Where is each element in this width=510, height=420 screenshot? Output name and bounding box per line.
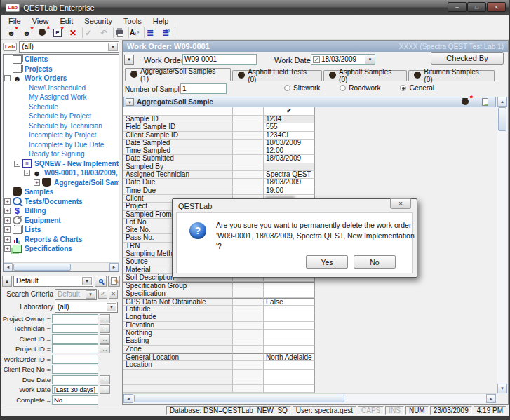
work-date-checkbox[interactable]: ✓ <box>313 56 320 63</box>
new-sample-button[interactable] <box>34 27 50 39</box>
grid-row-value[interactable]: North Adelaide <box>264 353 315 361</box>
tree-item[interactable]: My Assigned Work <box>4 93 119 102</box>
expand-toggle[interactable] <box>20 132 27 138</box>
search-field-input[interactable] <box>52 385 98 394</box>
grid-row-value[interactable] <box>264 370 315 377</box>
tree-item[interactable]: Schedule by Project <box>4 111 119 121</box>
new-client-button[interactable] <box>4 27 19 39</box>
delete-button[interactable] <box>65 27 81 39</box>
collapse-section-button[interactable] <box>126 98 134 106</box>
menu-item[interactable]: Security <box>79 17 118 25</box>
ellipsis-button[interactable] <box>100 344 110 353</box>
expand-toggle[interactable] <box>20 94 27 100</box>
title-bar[interactable]: Lab QESTLab Enterprise <box>1 0 509 15</box>
tree-item[interactable]: - Work Orders <box>4 74 119 83</box>
minimize-button[interactable] <box>448 2 467 12</box>
number-of-samples-input[interactable] <box>180 83 227 94</box>
new-project-button[interactable] <box>19 27 34 39</box>
close-button[interactable] <box>487 2 506 12</box>
tree-item[interactable]: + Tests/Documents <box>4 197 119 207</box>
tree-item[interactable]: + Specifications <box>4 244 119 254</box>
tree-item[interactable]: Clients <box>4 55 119 65</box>
expand-toggle[interactable] <box>20 104 27 110</box>
radio-option[interactable]: General <box>400 84 434 92</box>
tree-item[interactable]: Incomplete by Project <box>4 130 119 140</box>
ellipsis-button[interactable] <box>100 385 110 394</box>
tree-item[interactable]: + Billing <box>4 206 119 216</box>
tree-labels-button[interactable] <box>158 27 173 39</box>
ellipsis-button[interactable] <box>100 324 110 333</box>
apply-criteria-button[interactable]: ✓ <box>98 290 107 299</box>
grid-row-value[interactable]: 19:00 <box>264 187 315 195</box>
search-field-input[interactable] <box>52 355 98 364</box>
sample-tab[interactable]: Aggregate/Soil Samples (1) <box>125 68 231 81</box>
search-field-input[interactable] <box>52 365 98 374</box>
collapse-form-button[interactable] <box>124 55 134 65</box>
scrollbar-thumb[interactable] <box>13 264 71 271</box>
no-button[interactable]: No <box>354 255 396 269</box>
expand-toggle[interactable]: + <box>4 245 11 252</box>
grid-row-value[interactable]: 18/03/2009 <box>264 155 315 163</box>
search-preset-select[interactable]: Default ▼ <box>13 276 93 287</box>
spell-check-button[interactable] <box>127 27 142 39</box>
expand-toggle[interactable] <box>20 113 27 119</box>
new-test-button[interactable] <box>50 27 65 39</box>
maximize-button[interactable] <box>467 2 486 12</box>
ellipsis-button[interactable] <box>100 314 110 323</box>
search-field-input[interactable] <box>52 375 98 384</box>
horizontal-scrollbar[interactable]: ◄ ► <box>123 393 496 403</box>
menu-item[interactable]: Edit <box>54 17 79 25</box>
radio-icon[interactable] <box>400 85 406 91</box>
import-sample-button[interactable] <box>477 97 492 107</box>
expand-toggle[interactable] <box>20 123 27 129</box>
tree-item[interactable]: Incomplete by Due Date <box>4 140 119 150</box>
vertical-scrollbar[interactable]: ▲ ▼ <box>497 97 507 393</box>
grid-row-value[interactable] <box>264 377 315 385</box>
dialog-title[interactable]: QESTLab <box>173 199 417 212</box>
undo-button[interactable] <box>96 27 112 39</box>
work-order-id-input[interactable] <box>182 54 257 65</box>
grid-row-value[interactable] <box>264 313 315 321</box>
menu-item[interactable]: Help <box>147 17 175 25</box>
selected-check-icon[interactable]: ✔ <box>264 107 315 116</box>
expand-toggle[interactable] <box>20 142 27 148</box>
ellipsis-button[interactable] <box>100 375 110 384</box>
tree-item[interactable]: + Lists <box>4 225 119 235</box>
grid-row-value[interactable]: Spectra QEST <box>264 171 315 179</box>
grid-row-value[interactable] <box>264 385 315 393</box>
dialog-close-button[interactable] <box>390 198 411 209</box>
checked-by-button[interactable]: Checked By <box>431 52 504 65</box>
radio-icon[interactable] <box>284 85 290 91</box>
grid-row-value[interactable]: 12:00 <box>264 147 315 155</box>
expand-toggle[interactable] <box>20 151 27 157</box>
tree-item[interactable]: Samples <box>4 187 119 197</box>
search-field-input[interactable] <box>52 314 98 323</box>
scroll-up-icon[interactable]: ▲ <box>497 97 507 107</box>
scroll-right-icon[interactable]: ► <box>109 263 119 271</box>
yes-button[interactable]: Yes <box>306 255 348 269</box>
expand-toggle[interactable]: + <box>4 198 11 205</box>
expand-toggle[interactable]: + <box>4 226 11 233</box>
scrollbar-thumb[interactable] <box>134 395 344 402</box>
grid-row-value[interactable] <box>264 361 315 369</box>
ellipsis-button[interactable] <box>100 334 110 344</box>
expand-toggle[interactable] <box>4 189 11 195</box>
expand-toggle[interactable]: + <box>4 208 11 214</box>
confirm-button[interactable] <box>81 27 96 39</box>
grid-row-value[interactable] <box>264 163 315 171</box>
tree-item[interactable]: Schedule by Technician <box>4 121 119 131</box>
expand-toggle[interactable] <box>20 85 27 91</box>
grid-row-value[interactable]: False <box>264 298 315 306</box>
search-field-input[interactable] <box>52 334 98 344</box>
grid-row-value[interactable] <box>264 322 315 330</box>
tree-item[interactable]: + Reports & Charts <box>4 235 119 245</box>
chevron-down-icon[interactable]: ▼ <box>365 55 375 64</box>
grid-row-value[interactable]: 18/03/2009 <box>264 179 315 187</box>
grid-row-value[interactable] <box>264 290 315 298</box>
grid-row-value[interactable]: 1234CL <box>264 132 315 140</box>
radio-option[interactable]: Sitework <box>284 84 320 92</box>
expand-toggle[interactable]: - <box>4 75 11 81</box>
sample-tab[interactable]: Asphalt Field Tests (0) <box>232 70 322 81</box>
tree-item[interactable]: + Aggregate/Soil Sample <box>4 178 119 188</box>
work-date-picker[interactable]: ✓ 18/03/2009 ▼ <box>311 54 375 65</box>
